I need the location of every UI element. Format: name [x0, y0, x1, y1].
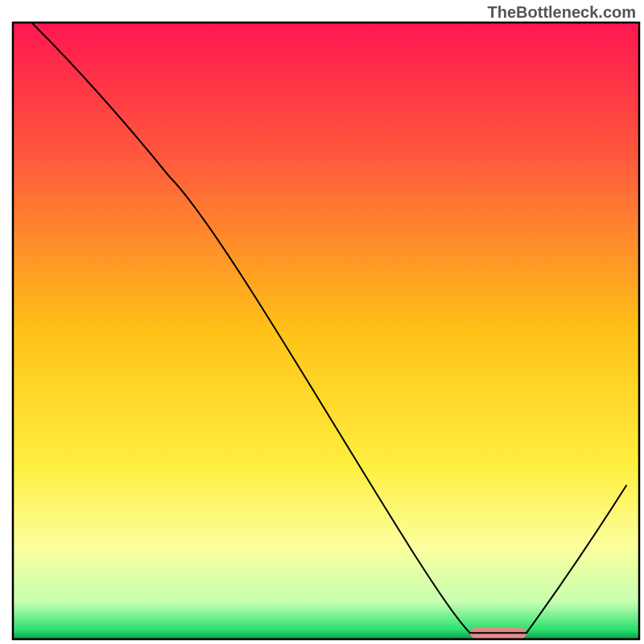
- watermark-label: TheBottleneck.com: [488, 3, 636, 22]
- chart-svg: [0, 0, 644, 644]
- chart-container: TheBottleneck.com: [0, 0, 644, 644]
- chart-background: [13, 23, 639, 639]
